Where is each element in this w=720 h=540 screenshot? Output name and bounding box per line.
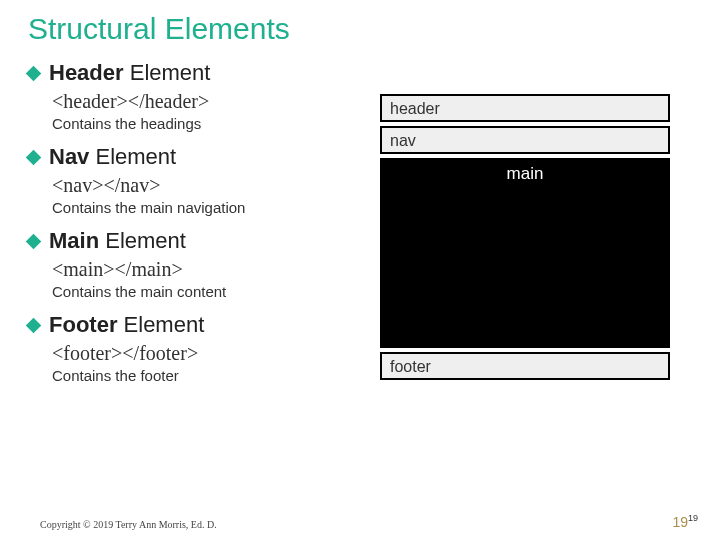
bullet-strong: Footer [49,312,117,337]
diagram-nav-box: nav [380,126,670,154]
bullet-rest: Element [89,144,176,169]
diagram-footer-box: footer [380,352,670,380]
bullet-rest: Element [124,60,211,85]
bullet-strong: Main [49,228,99,253]
bullet-label: Header Element [49,60,210,86]
page-number: 1919 [672,513,698,530]
diamond-icon [26,317,42,333]
structure-diagram: header nav main footer [380,94,670,384]
bullet-label: Nav Element [49,144,176,170]
page-number-small: 19 [688,513,698,523]
diamond-icon [26,233,42,249]
page-number-big: 19 [672,514,688,530]
bullet-rest: Element [117,312,204,337]
diamond-icon [26,65,42,81]
bullet-rest: Element [99,228,186,253]
copyright-text: Copyright © 2019 Terry Ann Morris, Ed. D… [40,519,217,530]
diamond-icon [26,149,42,165]
bullet-header: Header Element [28,60,692,86]
bullet-label: Footer Element [49,312,204,338]
bullet-label: Main Element [49,228,186,254]
diagram-header-box: header [380,94,670,122]
slide-title: Structural Elements [28,12,692,46]
bullet-strong: Nav [49,144,89,169]
bullet-strong: Header [49,60,124,85]
diagram-main-box: main [380,158,670,348]
